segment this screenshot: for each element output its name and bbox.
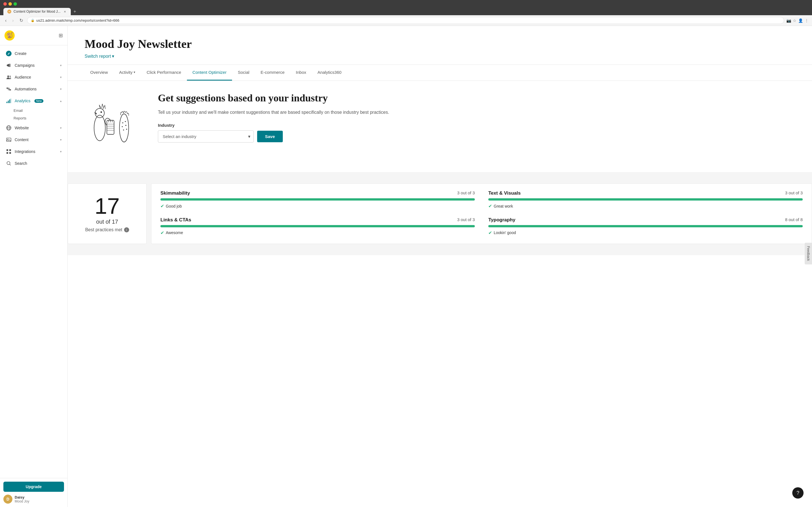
chevron-down-icon: ▾	[60, 126, 62, 130]
save-button[interactable]: Save	[257, 131, 283, 142]
sidebar-item-website[interactable]: Website ▾	[1, 122, 66, 134]
tab-close-button[interactable]: ✕	[63, 10, 67, 13]
sidebar-item-email[interactable]: Email	[13, 107, 67, 114]
svg-point-22	[94, 115, 105, 141]
analytics-submenu: Email Reports	[0, 107, 67, 122]
back-button[interactable]: ‹	[3, 17, 8, 24]
tab-title: Content Optimizer for Mood J...	[13, 10, 61, 13]
sidebar-item-label: Automations	[15, 87, 37, 91]
score-number: 17	[95, 195, 120, 217]
svg-rect-25	[107, 120, 114, 134]
tab-analytics360[interactable]: Analytics360	[312, 65, 347, 80]
help-button[interactable]: ?	[792, 487, 804, 499]
tab-activity[interactable]: Activity ▾	[114, 65, 141, 80]
tab-social[interactable]: Social	[232, 65, 255, 80]
tab-click-performance[interactable]: Click Performance	[141, 65, 187, 80]
scores-section: 17 out of 17 Best practices met i Skimma…	[68, 172, 812, 255]
sidebar-toggle-button[interactable]: ⊞	[59, 33, 63, 39]
svg-point-4	[10, 76, 11, 77]
image-icon	[6, 136, 12, 143]
sidebar-item-create[interactable]: Create	[1, 48, 66, 59]
sidebar-item-search[interactable]: Search	[1, 158, 66, 169]
industry-form: Get suggestions based on your industry T…	[158, 92, 795, 143]
url-text: us21.admin.mailchimp.com/reports/content…	[36, 18, 119, 22]
chevron-down-icon: ▾	[60, 64, 62, 67]
category-detail: ✔ Good job	[160, 203, 475, 209]
user-details: Daisy Mood Joy	[15, 495, 29, 503]
progress-bar	[160, 198, 475, 201]
new-badge: New	[35, 99, 43, 103]
grid-icon	[6, 149, 12, 155]
svg-rect-17	[9, 149, 11, 151]
sidebar-item-automations[interactable]: Automations ▾	[1, 83, 66, 95]
menu-icon[interactable]: ⋮	[805, 18, 809, 23]
sidebar-item-reports[interactable]: Reports	[13, 114, 67, 122]
score-out-of: out of 17	[96, 219, 118, 225]
category-name: Links & CTAs	[160, 217, 191, 223]
camera-icon[interactable]: 📷	[786, 18, 791, 23]
close-window-button[interactable]	[3, 2, 7, 6]
tab-inbox[interactable]: Inbox	[290, 65, 312, 80]
category-score: 8 out of 8	[785, 217, 803, 223]
sidebar: 🐒 ⊞ Create	[0, 26, 68, 507]
chevron-down-icon: ▾	[60, 87, 62, 91]
sidebar-item-campaigns[interactable]: Campaigns ▾	[1, 59, 66, 71]
sidebar-item-audience[interactable]: Audience ▾	[1, 71, 66, 83]
progress-fill	[488, 225, 803, 227]
people-icon	[6, 74, 12, 80]
industry-label: Industry	[158, 123, 795, 128]
bookmark-icon[interactable]: ☆	[793, 18, 797, 23]
sidebar-item-label: Analytics	[15, 99, 31, 103]
tab-content-optimizer[interactable]: Content Optimizer	[187, 65, 232, 80]
sidebar-item-integrations[interactable]: Integrations ▾	[1, 146, 66, 158]
check-icon: ✔	[160, 230, 164, 235]
main-content: Mood Joy Newsletter Switch report ▾ Over…	[68, 26, 812, 507]
svg-text:🐒: 🐒	[6, 32, 13, 39]
address-bar[interactable]: 🔒 us21.admin.mailchimp.com/reports/conte…	[27, 17, 784, 24]
tab-ecommerce[interactable]: E-commerce	[255, 65, 290, 80]
category-score: 3 out of 3	[457, 190, 475, 196]
forward-button[interactable]: ›	[10, 17, 15, 24]
profile-icon[interactable]: 👤	[798, 18, 803, 23]
svg-rect-7	[6, 102, 7, 103]
reload-button[interactable]: ↻	[18, 17, 25, 24]
svg-rect-9	[9, 100, 10, 103]
logo[interactable]: 🐒	[4, 31, 15, 41]
progress-bar	[488, 198, 803, 201]
upgrade-button[interactable]: Upgrade	[3, 482, 64, 492]
new-tab-button[interactable]: +	[71, 8, 79, 15]
content-area: Get suggestions based on your industry T…	[68, 81, 812, 172]
industry-section: Get suggestions based on your industry T…	[85, 92, 795, 150]
app-container: 🐒 ⊞ Create	[0, 26, 812, 507]
user-info: D Daisy Mood Joy	[3, 495, 64, 504]
sidebar-footer: Upgrade D Daisy Mood Joy	[0, 478, 67, 507]
sidebar-item-content[interactable]: Content ▾	[1, 134, 66, 146]
svg-point-3	[7, 75, 9, 77]
score-category-text-visuals: Text & Visuals 3 out of 3 ✔ Great work	[488, 190, 803, 210]
avatar: D	[3, 495, 12, 504]
category-detail: ✔ Lookin' good	[488, 230, 803, 235]
svg-point-36	[122, 126, 123, 127]
tab-overview[interactable]: Overview	[85, 65, 114, 80]
svg-rect-6	[9, 89, 11, 91]
megaphone-icon	[6, 62, 12, 68]
automations-icon	[6, 86, 12, 92]
industry-description: Tell us your industry and we'll make con…	[158, 109, 795, 116]
browser-chrome: ✉ Content Optimizer for Mood J... ✕ +	[0, 0, 812, 15]
svg-point-20	[7, 162, 10, 165]
svg-point-39	[126, 129, 127, 130]
feedback-tab[interactable]: Feedback	[805, 243, 812, 265]
switch-report-button[interactable]: Switch report ▾	[85, 54, 114, 59]
svg-line-21	[10, 164, 11, 165]
progress-bar	[488, 225, 803, 227]
browser-tab[interactable]: ✉ Content Optimizer for Mood J... ✕	[3, 8, 71, 15]
minimize-window-button[interactable]	[8, 2, 12, 6]
score-category-typography: Typography 8 out of 8 ✔ Lookin' good	[488, 217, 803, 237]
maximize-window-button[interactable]	[13, 2, 17, 6]
chevron-down-icon: ▾	[134, 70, 135, 74]
chart-icon	[6, 98, 12, 104]
info-icon[interactable]: i	[124, 227, 129, 232]
score-main-card: 17 out of 17 Best practices met i	[68, 183, 147, 244]
industry-select[interactable]: Select an industry	[158, 130, 254, 143]
sidebar-item-analytics[interactable]: Analytics New ▴	[1, 95, 66, 107]
